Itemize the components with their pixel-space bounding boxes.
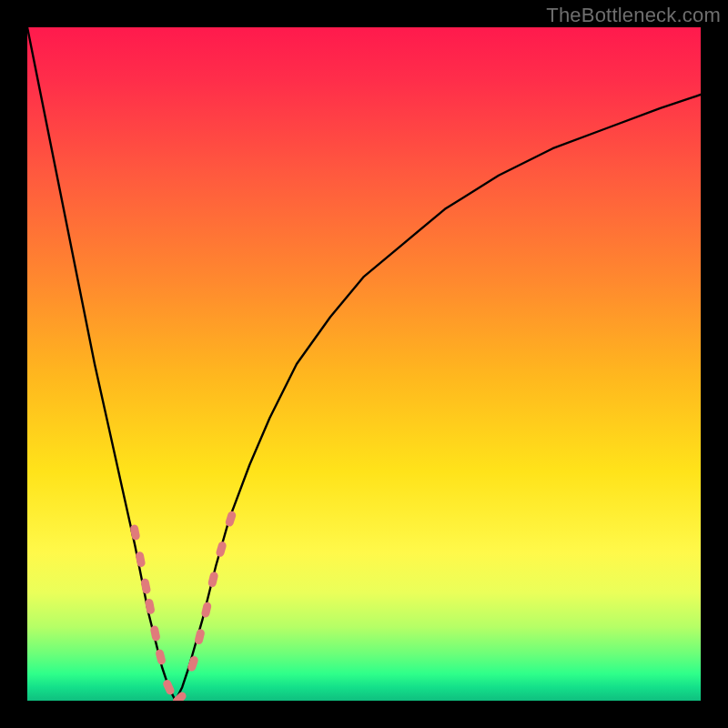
bottleneck-curve bbox=[27, 27, 701, 701]
sample-dot bbox=[207, 571, 219, 588]
sample-dot bbox=[215, 541, 227, 558]
watermark-text: TheBottleneck.com bbox=[546, 4, 721, 27]
sample-dot bbox=[225, 511, 238, 528]
sample-dot bbox=[200, 602, 212, 619]
sample-dot bbox=[194, 628, 206, 645]
plot-area bbox=[27, 27, 701, 701]
sample-dots-group bbox=[129, 511, 237, 701]
sample-dot bbox=[149, 625, 160, 642]
sample-dot bbox=[140, 578, 151, 594]
sample-dot bbox=[162, 679, 176, 696]
curve-svg bbox=[27, 27, 701, 701]
sample-dot bbox=[155, 649, 167, 666]
chart-frame: TheBottleneck.com bbox=[0, 0, 728, 728]
sample-dot bbox=[135, 551, 146, 567]
sample-dot bbox=[145, 598, 156, 614]
sample-dot bbox=[129, 524, 140, 541]
